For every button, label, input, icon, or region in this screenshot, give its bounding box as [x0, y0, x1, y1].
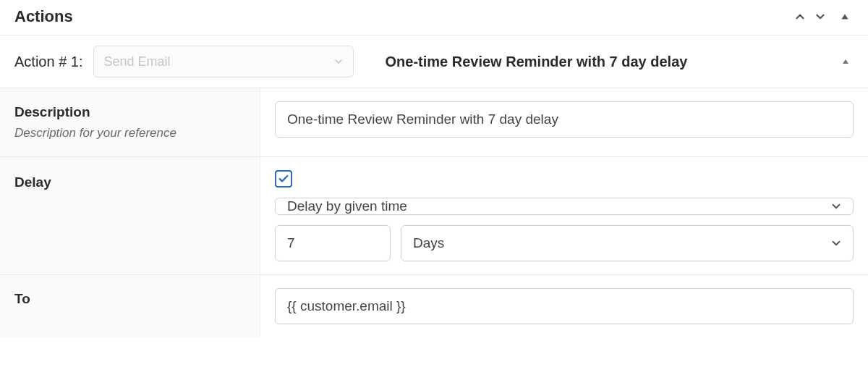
description-row: Description Description for your referen… — [0, 88, 868, 157]
triangle-up-icon — [840, 12, 850, 22]
action-type-select[interactable]: Send Email — [93, 46, 354, 77]
delay-input-col: Delay by given time Days — [260, 157, 868, 274]
to-input[interactable] — [275, 288, 854, 324]
delay-amount-input[interactable] — [275, 225, 391, 261]
description-label-col: Description Description for your referen… — [0, 88, 260, 156]
action-type-select-value: Send Email — [104, 54, 171, 69]
delay-label-col: Delay — [0, 157, 260, 274]
action-number-label: Action # 1: — [14, 54, 83, 70]
move-up-button[interactable] — [791, 8, 809, 25]
triangle-up-icon — [841, 57, 850, 66]
delay-amount-row: Days — [275, 225, 854, 261]
chevron-down-icon — [333, 56, 344, 67]
action-title: One-time Review Reminder with 7 day dela… — [364, 54, 827, 70]
delay-checkbox-wrap — [275, 170, 854, 188]
collapse-action-button[interactable] — [838, 54, 854, 69]
delay-row: Delay Delay by given time Days — [0, 157, 868, 275]
description-label: Description — [14, 104, 245, 120]
move-down-button[interactable] — [812, 8, 829, 25]
delay-label: Delay — [14, 174, 245, 190]
delay-unit-select[interactable]: Days — [401, 225, 854, 261]
svg-marker-0 — [841, 14, 848, 20]
description-sublabel: Description for your reference — [14, 126, 245, 140]
delay-unit-select-value: Days — [413, 235, 444, 251]
to-input-col — [260, 275, 868, 337]
delay-checkbox[interactable] — [275, 170, 292, 188]
check-icon — [278, 173, 289, 185]
description-input-col — [260, 88, 868, 156]
description-input[interactable] — [275, 101, 854, 138]
chevron-down-icon — [830, 237, 843, 250]
header-controls — [791, 8, 854, 25]
actions-title: Actions — [14, 7, 791, 26]
delay-mode-select-value: Delay by given time — [287, 198, 407, 214]
actions-header: Actions — [0, 0, 868, 35]
to-row: To — [0, 275, 868, 337]
action-summary-row: Action # 1: Send Email One-time Review R… — [0, 35, 868, 88]
collapse-panel-button[interactable] — [836, 8, 854, 25]
to-label: To — [14, 291, 245, 307]
delay-mode-select[interactable]: Delay by given time — [275, 198, 854, 215]
chevron-down-icon — [814, 10, 827, 23]
to-label-col: To — [0, 275, 260, 337]
chevron-up-icon — [793, 10, 807, 23]
svg-marker-1 — [843, 59, 848, 64]
chevron-down-icon — [830, 200, 843, 213]
